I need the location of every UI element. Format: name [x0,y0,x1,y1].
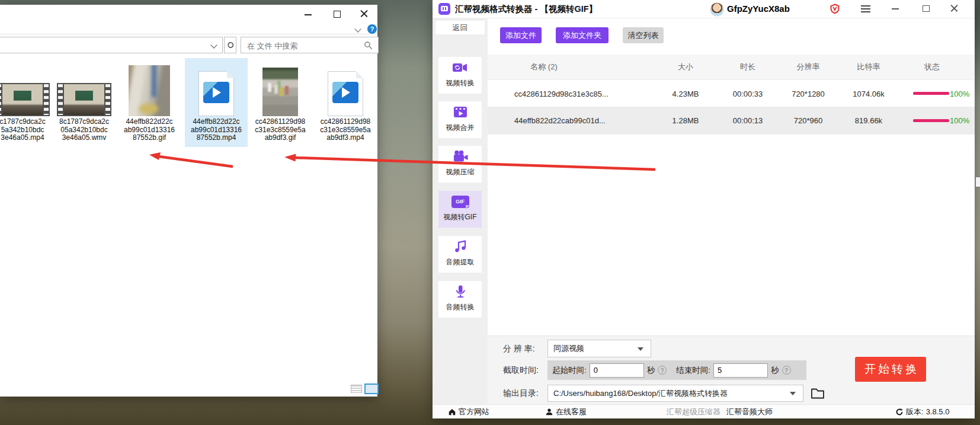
official-site-link[interactable]: 官方网站 [448,405,489,418]
file-item[interactable]: 44effb822d22cab99c01d1331687552b.gif [118,58,181,147]
clear-list-button[interactable]: 清空列表 [623,27,664,43]
cell-size: 1.28MB [662,107,709,135]
audio-master-link[interactable]: 汇帮音频大师 [726,405,773,418]
col-duration: 时长 [724,55,771,79]
sidebar-item-video-compress[interactable]: 视频压缩 [438,146,482,183]
progress-percent: 100% [950,80,969,107]
start-time-input[interactable] [590,363,644,378]
time-range-group: 起始时间: 秒 ? 结束时间: 秒 ? [547,360,806,380]
titlebar: 汇帮视频格式转换器 - 【视频转GIF】 GfpZyYucX8ab [433,0,975,18]
cell-duration: 00:00:33 [724,80,771,107]
cell-bitrate: 1074.06k [842,80,895,107]
music-note-icon [453,239,467,254]
search-box[interactable] [241,37,379,53]
back-button[interactable]: 返回 [435,21,485,34]
cell-resolution: 720*960 [782,107,835,135]
menu-icon[interactable] [861,5,870,12]
cell-size: 4.23MB [662,80,709,107]
help-icon[interactable]: ? [367,24,377,34]
file-item[interactable]: cc42861129d98c31e3c8559e5aab9df3.mp4 [314,58,377,147]
address-bar[interactable] [0,37,223,53]
sidebar-item-audio-convert[interactable]: 音频转换 [438,281,482,318]
crop-time-label: 截取时间: [503,360,539,380]
file-explorer-window: ? c1787c9dca2c5a342b10bdc3e46a05.mp4 8c1… [0,5,377,397]
avatar[interactable] [710,2,724,17]
file-name: 8c1787c9dca2c05a342b10bdc3e46a05.wmv [53,118,116,142]
gif-icon: GIF [451,196,469,208]
file-item[interactable]: cc42861129d98c31e3c8559e5aab9df3.gif [249,58,312,147]
file-name: c1787c9dca2c5a342b10bdc3e46a05.mp4 [0,118,54,142]
play-icon [203,82,229,103]
username[interactable]: GfpZyYucX8ab [727,0,790,18]
cell-duration: 00:00:13 [724,107,771,135]
add-folder-button[interactable]: 添加文件夹 [556,27,609,43]
table-header: 名称 (2) 大小 时长 分辨率 比特率 状态 操作 [488,55,975,79]
converter-window: 汇帮视频格式转换器 - 【视频转GIF】 GfpZyYucX8ab 返回 视频转… [433,0,975,418]
chevron-down-icon [790,392,796,395]
home-icon [448,408,456,416]
ribbon-expand-chevron-icon[interactable] [354,25,361,32]
close-icon[interactable] [950,4,959,12]
super-compressor-link[interactable]: 汇帮超级压缩器 [667,405,720,418]
sidebar-item-video-merge[interactable]: 视频合并 [438,101,482,138]
refresh-icon [226,41,235,49]
refresh-button[interactable] [224,37,236,53]
file-name: 44effb822d22cab99c01d1331687552b.mp4 [185,118,248,142]
video-thumbnail [0,83,50,116]
file-item[interactable]: 8c1787c9dca2c05a342b10bdc3e46a05.wmv [53,58,116,147]
help-icon[interactable]: ? [658,366,667,375]
video-file-icon [198,71,234,116]
col-resolution: 分辨率 [784,55,832,79]
sidebar: 返回 视频转换 视频合并 视频压缩 [433,18,488,404]
gif-thumbnail [129,65,170,116]
start-convert-button[interactable]: 开始转换 [855,357,926,382]
progress-percent: 100% [950,107,969,135]
vip-badge-icon[interactable] [830,4,840,14]
sidebar-item-video-to-gif[interactable]: GIF 视频转GIF [438,191,482,228]
output-dir-select[interactable]: C:/Users/huibang168/Desktop/汇帮视频格式转换器 [547,385,803,402]
desktop-icon-partial[interactable] [975,177,980,187]
add-file-button[interactable]: 添加文件 [500,27,542,43]
minimize-icon[interactable] [892,8,899,9]
file-item[interactable]: c1787c9dca2c5a342b10bdc3e46a05.mp4 [0,58,54,147]
end-time-label: 结束时间: [676,365,710,376]
play-icon [332,82,358,103]
output-dir-label: 输出目录: [503,384,539,402]
file-name: 44effb822d22cab99c01d1331687552b.gif [118,118,181,142]
folder-icon[interactable] [811,386,825,400]
help-icon[interactable]: ? [782,366,791,375]
thumbnail-view-icon[interactable] [364,384,379,394]
sidebar-item-video-convert[interactable]: 视频转换 [438,57,482,94]
chevron-down-icon [638,347,643,351]
online-support-link[interactable]: 在线客服 [545,405,587,418]
refresh-version-icon[interactable] [895,408,904,416]
details-view-icon[interactable] [351,385,362,393]
col-name: 名称 (2) [514,55,574,79]
maximize-icon[interactable] [923,5,930,12]
maximize-icon[interactable] [334,11,341,18]
gif-thumbnail [262,68,298,116]
cell-name: cc42861129d98c31e3c85... [514,80,651,107]
file-name: cc42861129d98c31e3c8559e5aab9df3.gif [249,118,312,142]
search-input[interactable] [246,38,361,53]
minimize-icon[interactable] [305,14,312,15]
file-item-selected[interactable]: 44effb822d22cab99c01d1331687552b.mp4 [185,58,248,147]
cell-bitrate: 819.66k [842,107,895,135]
resolution-select[interactable]: 同源视频 [547,340,651,357]
seconds-unit: 秒 [647,365,655,376]
col-size: 大小 [662,55,709,79]
end-time-input[interactable] [713,363,768,378]
footer: 官方网站 在线客服 汇帮超级压缩器 汇帮音频大师 版本: 3.8.5.0 [433,404,975,418]
col-action: 操作 [977,55,980,79]
sidebar-item-audio-extract[interactable]: 音频提取 [438,236,482,273]
address-dropdown-chevron-icon[interactable] [210,41,217,48]
ribbon-divider [0,34,377,34]
table-row[interactable]: cc42861129d98c31e3c85... 4.23MB 00:00:33… [488,79,975,107]
table-row[interactable]: 44effb822d22cab99c01d... 1.28MB 00:00:13… [488,107,975,135]
video-compress-icon [452,149,469,164]
file-name: cc42861129d98c31e3c8559e5aab9df3.mp4 [314,118,377,142]
cell-resolution: 720*1280 [782,80,835,107]
video-thumbnail [57,83,111,116]
version-info: 版本: 3.8.5.0 [895,405,949,418]
close-icon[interactable] [360,9,369,18]
